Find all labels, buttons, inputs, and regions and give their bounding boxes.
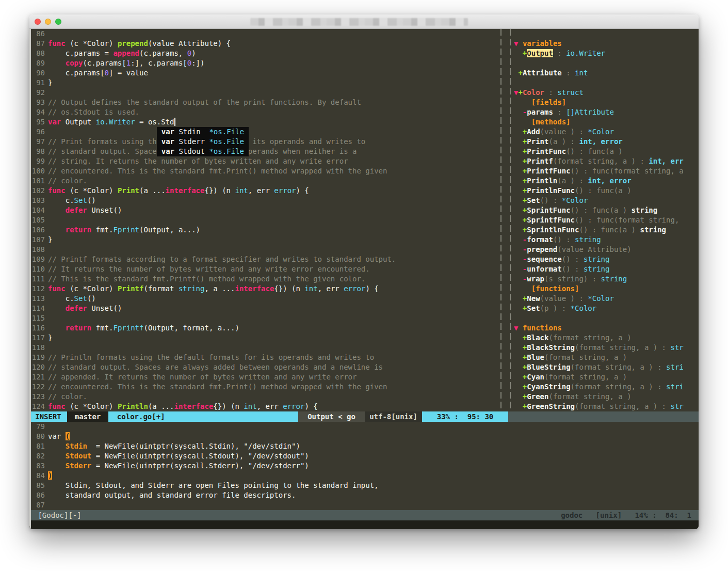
tagbar-item[interactable]: +Black(format string, a ) — [514, 333, 699, 343]
code-line[interactable]: 124func (c *Color) Println(a ...interfac… — [29, 402, 500, 411]
tagbar-item[interactable]: +Blue(format string, a ) — [514, 353, 699, 362]
code-line[interactable]: 90 c.params[0] = value — [29, 68, 500, 78]
code-line[interactable]: 89 copy(c.params[1:], c.params[0:]) — [29, 58, 500, 68]
code-line[interactable]: 101// color. — [29, 176, 500, 186]
code-line[interactable]: 120// standard output. Spaces are always… — [29, 362, 500, 372]
tagbar-item[interactable]: ▼ variables — [514, 39, 699, 49]
code-line[interactable]: 115 — [29, 313, 500, 323]
tagbar-item[interactable] — [514, 313, 699, 323]
code-line[interactable]: 100// encountered. This is the standard … — [29, 166, 500, 176]
code-line[interactable]: 96 — [29, 127, 500, 137]
tagbar-item[interactable]: +Set() : *Color — [514, 196, 699, 205]
tagbar-item[interactable]: +Green(format string, a ) — [514, 392, 699, 402]
code-line[interactable]: 93// Output defines the standard output … — [29, 98, 500, 107]
godoc-line[interactable]: 85 Stdin, Stdout, and Stderr are open Fi… — [29, 481, 699, 490]
code-line[interactable]: 98// standard output. Spaces are added b… — [29, 147, 500, 156]
tagbar-item[interactable]: +PrintFunc() : func(a ) — [514, 147, 699, 156]
godoc-line[interactable]: 84) — [29, 471, 699, 481]
code-line[interactable]: 103 c.Set() — [29, 196, 500, 205]
code-line[interactable]: 104 defer Unset() — [29, 205, 500, 215]
tagbar-item[interactable]: +SprintlnFunc() : func(a ) string — [514, 225, 699, 235]
code-line[interactable]: 110// It returns the number of bytes wri… — [29, 264, 500, 274]
code-line[interactable]: 112func (c *Color) Printf(format string,… — [29, 284, 500, 294]
code-line[interactable]: 86 — [29, 29, 500, 39]
tagbar-item[interactable]: -wrap(s string) : string — [514, 274, 699, 284]
tagbar-item[interactable]: ▼+Color : struct — [514, 88, 699, 98]
tagbar-item[interactable]: -unformat() : string — [514, 264, 699, 274]
code-line[interactable]: 106 return fmt.Fprint(Output, a...) — [29, 225, 500, 235]
godoc-line[interactable]: 82 Stdout = NewFile(uintptr(syscall.Stdo… — [29, 451, 699, 461]
code-line[interactable]: 102func (c *Color) Print(a ...interface{… — [29, 186, 500, 196]
code-line[interactable]: 88 c.params = append(c.params, 0) — [29, 49, 500, 58]
code-line[interactable]: 108 — [29, 245, 500, 255]
code-line[interactable]: 121// appended. It returns the number of… — [29, 372, 500, 382]
code-line[interactable]: 122// encountered. This is the standard … — [29, 382, 500, 392]
godoc-line[interactable]: 80var ( — [29, 432, 699, 441]
tagbar-item[interactable]: +Printf(format string, a ) : int, err — [514, 156, 699, 166]
godoc-line[interactable]: 87 — [29, 500, 699, 510]
tagbar-item[interactable]: +PrintfFunc() : func(format string, a — [514, 166, 699, 176]
tagbar-item[interactable]: -sequence() : string — [514, 255, 699, 264]
godoc-line[interactable]: 81 Stdin = NewFile(uintptr(syscall.Stdin… — [29, 441, 699, 451]
code-line[interactable]: 92 — [29, 88, 500, 98]
code-line[interactable]: 116 return fmt.Fprintf(Output, format, a… — [29, 323, 500, 333]
vertical-split-separator[interactable] — [500, 29, 501, 411]
code-line[interactable]: 119// Println formats using the default … — [29, 353, 500, 362]
tagbar-item[interactable]: +Attribute : int — [514, 68, 699, 78]
tagbar-item[interactable]: +Print(a ) : int, error — [514, 137, 699, 147]
tagbar-item[interactable]: +Add(value ) : *Color — [514, 127, 699, 137]
tagbar-item[interactable]: -format() : string — [514, 235, 699, 245]
code-line[interactable]: 94// os.Stdout is used. — [29, 107, 500, 117]
godoc-line[interactable]: 86 standard output, and standard error f… — [29, 490, 699, 500]
code-line[interactable]: 97// Print formats using the default for… — [29, 137, 500, 147]
code-line[interactable]: 87func (c *Color) prepend(value Attribut… — [29, 39, 500, 49]
tagbar-item[interactable]: +Set(p ) : *Color — [514, 304, 699, 313]
code-line[interactable]: 113 c.Set() — [29, 294, 500, 304]
code-line[interactable]: 91} — [29, 78, 500, 88]
tagbar-item[interactable] — [514, 58, 699, 68]
code-token: Print — [527, 137, 548, 146]
code-line[interactable]: 99// string. It returns the number of by… — [29, 156, 500, 166]
godoc-line[interactable]: 83 Stderr = NewFile(uintptr(syscall.Stde… — [29, 461, 699, 471]
code-line[interactable]: 107} — [29, 235, 500, 245]
tagbar-item[interactable]: +SprintfFunc() : func(format string, — [514, 215, 699, 225]
code-line[interactable]: 95var Output io.Writer = os.Std — [29, 117, 500, 127]
tagbar-item[interactable]: +BlueString(format string, a ) : stri — [514, 362, 699, 372]
tagbar-item[interactable]: +SprintFunc() : func(a ) string — [514, 205, 699, 215]
code-line[interactable]: 111// This is the standard fmt.Printf() … — [29, 274, 500, 284]
tagbar-item[interactable]: +PrintlnFunc() : func(a ) — [514, 186, 699, 196]
code-line[interactable]: 118 — [29, 343, 500, 353]
autocomplete-item[interactable]: var Stdout *os.File — [157, 147, 249, 156]
godoc-line[interactable]: 79 — [29, 422, 699, 432]
autocomplete-item[interactable]: var Stdin *os.File — [157, 127, 249, 137]
godoc-preview-window[interactable]: 7980var (81 Stdin = NewFile(uintptr(sysc… — [29, 422, 699, 510]
tagbar-item[interactable]: [fields] — [514, 98, 699, 107]
vim-command-line[interactable]: -- INSERT -- — [29, 520, 699, 529]
tagbar-item[interactable]: +CyanString(format string, a ) : stri — [514, 382, 699, 392]
tagbar-item[interactable]: +GreenString(format string, a ) : str — [514, 402, 699, 411]
code-line[interactable]: 123// color. — [29, 392, 500, 402]
close-window-button[interactable] — [35, 19, 41, 25]
tagbar-item[interactable]: +Output : io.Writer — [514, 49, 699, 58]
tagbar-panel[interactable]: ▼ variables +Output : io.Writer +Attribu… — [511, 29, 699, 411]
tagbar-item[interactable]: -params : []Attribute — [514, 107, 699, 117]
tagbar-item[interactable] — [514, 78, 699, 88]
code-line[interactable]: 105 — [29, 215, 500, 225]
minimize-window-button[interactable] — [45, 19, 51, 25]
tagbar-item[interactable]: +Cyan(format string, a ) — [514, 372, 699, 382]
tagbar-item[interactable]: ▼ functions — [514, 323, 699, 333]
tagbar-item[interactable]: +New(value ) : *Color — [514, 294, 699, 304]
tagbar-item[interactable]: -prepend(value Attribute) — [514, 245, 699, 255]
autocomplete-item[interactable]: var Stderr *os.File — [157, 137, 249, 147]
tagbar-item[interactable]: [methods] — [514, 117, 699, 127]
tagbar-item[interactable] — [514, 29, 699, 39]
tagbar-item[interactable]: [functions] — [514, 284, 699, 294]
autocomplete-popup[interactable]: var Stdin *os.Filevar Stderr *os.Filevar… — [157, 127, 249, 156]
tagbar-item[interactable]: +BlackString(format string, a ) : str — [514, 343, 699, 353]
code-line[interactable]: 114 defer Unset() — [29, 304, 500, 313]
code-editor[interactable]: 8687func (c *Color) prepend(value Attrib… — [29, 29, 500, 411]
tagbar-item[interactable]: +Println(a ) : int, error — [514, 176, 699, 186]
zoom-window-button[interactable] — [55, 19, 61, 25]
code-line[interactable]: 117} — [29, 333, 500, 343]
code-line[interactable]: 109// Printf formats according to a form… — [29, 255, 500, 264]
